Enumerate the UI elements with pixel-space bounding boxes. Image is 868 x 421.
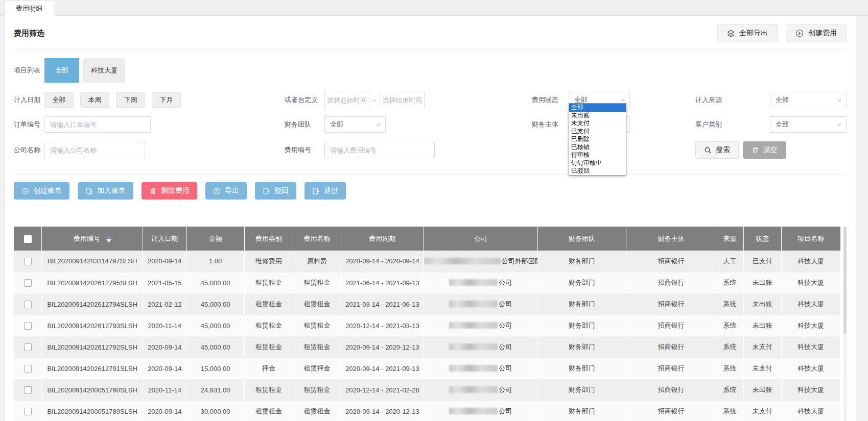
cell-period: 2021-03-14 - 2021-06-13 xyxy=(341,293,424,315)
entry-date-option[interactable]: 下周 xyxy=(116,92,145,108)
table-scrollbar[interactable] xyxy=(843,227,847,421)
create-expense-label: 创建费用 xyxy=(808,29,837,38)
status-dropdown-option[interactable]: 未支付 xyxy=(569,119,626,128)
cell-amount: 1.00 xyxy=(186,251,244,272)
expense-table: 费用编号计入日期金额费用类别费用名称费用周期公司财务团队财务主体来源状态项目名称… xyxy=(14,227,840,421)
clear-button[interactable]: 清空 xyxy=(743,141,786,159)
finance-team-select[interactable]: 全部 xyxy=(324,116,386,133)
reject-button[interactable]: 驳回 xyxy=(255,182,296,200)
cell-period: 2020-12-14 - 2021-02-28 xyxy=(341,379,424,401)
export-all-button[interactable]: 全部导出 xyxy=(717,24,778,42)
approve-doc-icon xyxy=(312,187,320,195)
column-header-label: 状态 xyxy=(756,235,769,242)
status-dropdown-option[interactable]: 待审核 xyxy=(569,151,626,159)
cell-status: 未出账 xyxy=(743,379,781,401)
cell-expense-no: BIL20200914202612792SLSH xyxy=(42,336,143,358)
column-header: 计入日期 xyxy=(143,227,186,251)
cell-finance-team: 财务部门 xyxy=(537,272,626,293)
entry-date-option[interactable]: 全部 xyxy=(44,92,74,108)
select-all-checkbox[interactable] xyxy=(24,235,32,243)
sort-icon[interactable] xyxy=(106,235,111,242)
cell-source: 系统 xyxy=(716,315,743,336)
cell-finance-entity: 招商银行 xyxy=(626,293,716,315)
cell-status: 未支付 xyxy=(743,358,781,379)
cell-project: 科技大厦 xyxy=(782,272,840,293)
entry-source-select[interactable]: 全部 xyxy=(770,92,847,108)
status-dropdown-option[interactable]: 钉钉审核中 xyxy=(569,159,626,167)
order-no-input[interactable] xyxy=(44,116,151,133)
delete-expense-button[interactable]: 删除费用 xyxy=(142,182,197,200)
tab-expense-detail[interactable]: 费用明细 xyxy=(4,0,54,16)
redacted-company-name xyxy=(449,322,498,329)
row-checkbox[interactable] xyxy=(24,322,32,330)
search-button[interactable]: 搜索 xyxy=(695,141,739,159)
cell-amount: 45,000.00 xyxy=(186,315,244,336)
cell-project: 科技大厦 xyxy=(782,315,840,336)
customer-type-select[interactable]: 全部 xyxy=(770,116,847,133)
export-button[interactable]: 导出 xyxy=(205,182,247,200)
row-checkbox[interactable] xyxy=(24,258,32,265)
start-time-input[interactable] xyxy=(324,92,369,108)
layers-icon xyxy=(727,30,735,37)
cell-checkbox xyxy=(14,379,42,401)
company-suffix: 公司 xyxy=(499,364,512,372)
cell-finance-team: 财务部门 xyxy=(537,401,626,421)
project-option[interactable]: 科技大厦 xyxy=(83,58,125,83)
project-option[interactable]: 全部 xyxy=(44,58,79,83)
cell-category: 租赁租金 xyxy=(244,401,293,421)
cell-status: 未出账 xyxy=(743,272,781,293)
column-header-label: 来源 xyxy=(723,235,736,242)
entry-date-option[interactable]: 下月 xyxy=(152,92,181,108)
add-to-bill-button[interactable]: 加入账单 xyxy=(78,182,133,200)
row-checkbox[interactable] xyxy=(24,301,32,308)
cell-checkbox xyxy=(14,251,42,272)
end-time-input[interactable] xyxy=(380,92,425,108)
cell-period: 2020-09-14 - 2020-12-13 xyxy=(341,336,424,358)
status-dropdown-option[interactable]: 已驳回 xyxy=(569,167,626,175)
expense-no-label: 费用编号 xyxy=(285,145,320,155)
row-checkbox[interactable] xyxy=(24,279,32,287)
range-separator: - xyxy=(373,96,376,104)
search-label: 搜索 xyxy=(716,145,730,155)
column-header: 状态 xyxy=(743,227,781,251)
cell-entry-date: 2020-09-14 xyxy=(143,336,186,358)
cell-company: 公司外部团队 xyxy=(424,251,537,272)
redacted-company-name xyxy=(449,343,498,350)
cell-category: 租赁租金 xyxy=(244,315,293,336)
status-dropdown-option[interactable]: 全部 xyxy=(569,104,626,112)
cell-status: 未支付 xyxy=(743,401,781,421)
column-header-label: 计入日期 xyxy=(151,235,178,242)
sort-down-arrow xyxy=(106,239,111,242)
cell-finance-entity: 招商银行 xyxy=(626,272,716,293)
cell-project: 科技大厦 xyxy=(782,358,840,379)
status-dropdown-option[interactable]: 已删除 xyxy=(569,135,626,143)
table-row: BIL20200914200051789SLSH2020-09-1430,000… xyxy=(14,401,840,421)
cell-status: 未出账 xyxy=(743,315,781,336)
row-checkbox[interactable] xyxy=(24,386,32,394)
expense-no-input[interactable] xyxy=(324,142,435,158)
create-expense-button[interactable]: 创建费用 xyxy=(786,24,847,42)
company-name-input[interactable] xyxy=(44,142,145,158)
create-bill-button[interactable]: 创建账单 xyxy=(14,182,69,200)
status-dropdown-option[interactable]: 已支付 xyxy=(569,128,626,136)
cell-checkbox xyxy=(14,401,42,421)
entry-date-option[interactable]: 本周 xyxy=(80,92,109,108)
status-dropdown-option[interactable]: 未出账 xyxy=(569,112,626,120)
chevron-down-icon xyxy=(620,97,626,103)
scrollbar-thumb[interactable] xyxy=(843,227,847,334)
approve-button[interactable]: 通过 xyxy=(304,182,346,200)
table-row: BIL20200914202612794SLSH2021-02-1245,000… xyxy=(14,293,840,315)
column-header-label: 财务团队 xyxy=(569,235,595,242)
row-checkbox[interactable] xyxy=(24,408,32,415)
status-dropdown-option[interactable]: 已核销 xyxy=(569,143,626,152)
column-header-label: 财务主体 xyxy=(658,235,685,242)
row-checkbox[interactable] xyxy=(24,365,32,373)
table-row: BIL20200914202612791SLSH2020-09-1415,000… xyxy=(14,358,840,379)
company-suffix: 公司 xyxy=(499,321,512,329)
finance-entity-label: 财务主体 xyxy=(532,120,565,129)
chevron-down-icon xyxy=(836,121,842,128)
cell-amount: 45,000.00 xyxy=(186,272,244,293)
cell-expense-no: BIL20200914202612795SLSH xyxy=(42,272,143,293)
row-checkbox[interactable] xyxy=(24,343,32,351)
cell-source: 系统 xyxy=(716,336,743,358)
